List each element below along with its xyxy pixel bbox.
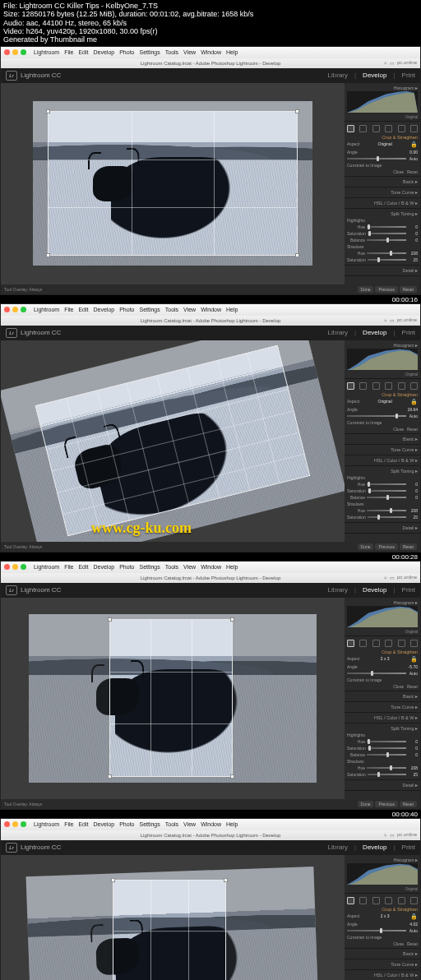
radial-tool-icon[interactable] [398,640,405,647]
crop-tool-icon[interactable] [347,897,354,904]
angle-slider[interactable] [347,158,406,159]
b-slider[interactable] [367,497,406,498]
aspect-lock-icon[interactable]: 🔒 [410,913,418,920]
basic-header[interactable]: Basic ▸ [347,693,418,700]
angle-value[interactable]: 4.02 [409,922,418,927]
close-window-button[interactable] [4,307,10,312]
hsl-header[interactable]: HSL / Color / B & W ▸ [347,200,418,206]
aspect-value[interactable]: Original [378,399,392,405]
hs2[interactable] [367,767,406,769]
crop-tool-icon[interactable] [347,640,354,647]
h2-slider[interactable] [367,510,406,511]
hue2-slider[interactable] [367,252,406,254]
crop-overlay[interactable] [113,880,226,980]
spot-tool-icon[interactable] [359,897,367,904]
crop-tool-icon[interactable] [347,125,354,132]
menu-lightroom[interactable]: Lightroom [34,49,59,55]
histogram-header[interactable]: Histogram ▸ [347,342,418,349]
menu-view[interactable]: View [183,307,196,312]
hue-slider[interactable] [367,226,406,228]
menu-help[interactable]: Help [226,564,238,570]
menu-view[interactable]: View [183,821,196,827]
auto-straighten[interactable]: Auto [408,156,418,161]
sat-slider[interactable] [368,233,406,234]
menu-edit[interactable]: Edit [78,821,88,827]
angle-value[interactable]: 0.00 [409,150,418,155]
canvas-area[interactable]: www.cg-ku.com [1,340,345,542]
crop-reset[interactable]: Reset [407,427,418,432]
angle-value[interactable]: -5.70 [409,664,418,669]
brush-tool-icon[interactable] [410,382,418,390]
menu-help[interactable]: Help [226,821,238,827]
splittoning-header[interactable]: Split Toning ▸ [347,725,418,732]
redeye-tool-icon[interactable] [372,640,380,647]
spot-tool-icon[interactable] [359,382,367,390]
module-develop[interactable]: Develop [363,586,386,594]
tool-overlay-value[interactable]: Always [29,287,42,292]
canvas-area[interactable] [1,855,345,980]
menu-edit[interactable]: Edit [78,564,88,570]
radial-tool-icon[interactable] [398,382,405,390]
menu-file[interactable]: File [64,564,73,570]
hsl-header[interactable]: HSL / Color / B & W ▸ [347,714,418,721]
menu-help[interactable]: Help [226,49,238,55]
aspect-value[interactable]: 2 x 3 [381,656,390,663]
tonecurve-header[interactable]: Tone Curve ▸ [347,961,418,968]
angle-slider[interactable] [347,415,406,417]
s-slider[interactable] [368,490,406,492]
redeye-tool-icon[interactable] [372,125,380,132]
menu-photo[interactable]: Photo [119,564,134,570]
reset-button[interactable]: Reset [400,801,417,807]
menu-help[interactable]: Help [226,307,238,312]
gradient-tool-icon[interactable] [385,382,392,390]
original-link[interactable]: Original [347,372,418,377]
aspect-lock-icon[interactable]: 🔒 [410,399,418,405]
hsl-header[interactable]: HSL / Color / B & W ▸ [347,972,418,978]
gradient-tool-icon[interactable] [385,125,392,132]
crop-reset[interactable]: Reset [407,169,418,174]
splittoning-header[interactable]: Split Toning ▸ [347,468,418,474]
minimize-window-button[interactable] [12,307,18,312]
histogram-header[interactable]: Histogram ▸ [347,85,418,91]
done-button[interactable]: Done [358,801,374,807]
close-window-button[interactable] [4,49,10,55]
previous-button[interactable]: Previous [375,801,397,807]
menu-settings[interactable]: Settings [139,49,160,55]
close-window-button[interactable] [4,564,10,570]
angle-slider[interactable] [347,930,406,931]
zoom-window-button[interactable] [21,821,26,827]
basic-header[interactable]: Basic ▸ [347,436,418,442]
tool-overlay-value[interactable]: Always [29,544,42,549]
sat2-slider[interactable] [368,259,406,261]
tonecurve-header[interactable]: Tone Curve ▸ [347,446,418,453]
module-print[interactable]: Print [402,844,415,851]
h-slider[interactable] [367,483,406,485]
basic-header[interactable]: Basic ▸ [347,178,418,185]
original-link[interactable]: Original [347,629,418,634]
crop-close[interactable]: Close [393,941,404,946]
module-library[interactable]: Library [328,844,348,851]
auto-straighten[interactable]: Auto [408,671,418,676]
tonecurve-header[interactable]: Tone Curve ▸ [347,189,418,196]
crop-reset[interactable]: Reset [407,941,418,946]
menu-photo[interactable]: Photo [119,821,134,827]
gradient-tool-icon[interactable] [385,897,392,904]
redeye-tool-icon[interactable] [372,897,380,904]
menu-window[interactable]: Window [201,307,221,312]
constrain-label[interactable]: Constrain to Image [347,163,382,168]
brush-tool-icon[interactable] [410,897,418,904]
menu-develop[interactable]: Develop [93,307,114,312]
menu-view[interactable]: View [183,564,196,570]
menu-lightroom[interactable]: Lightroom [34,307,59,312]
gradient-tool-icon[interactable] [385,640,392,647]
done-button[interactable]: Done [358,286,374,293]
menu-photo[interactable]: Photo [119,49,134,55]
menu-develop[interactable]: Develop [93,821,114,827]
menu-photo[interactable]: Photo [119,307,134,312]
aspect-lock-icon[interactable]: 🔒 [410,656,418,663]
spot-tool-icon[interactable] [359,125,367,132]
detail-header[interactable]: Detail ▸ [347,782,418,788]
menu-file[interactable]: File [64,49,73,55]
angle-slider[interactable] [347,673,406,674]
splittoning-header[interactable]: Split Toning ▸ [347,210,418,217]
